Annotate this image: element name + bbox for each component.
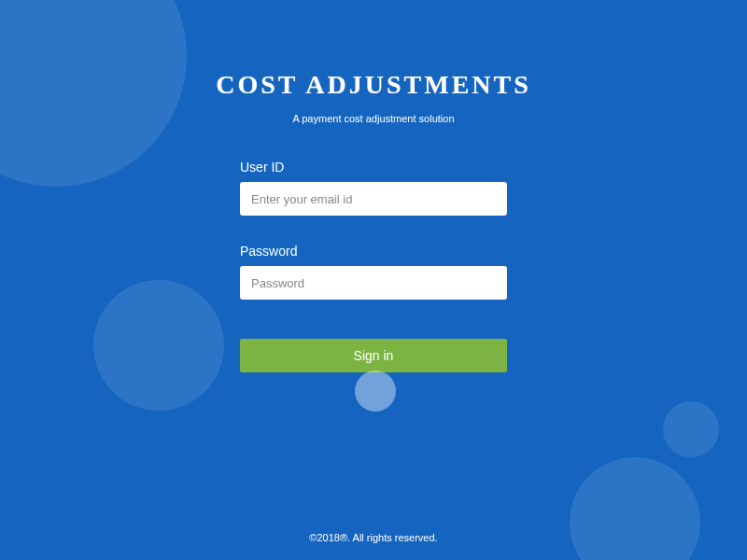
userid-field-group: User ID — [240, 160, 507, 216]
login-container: COST ADJUSTMENTS A payment cost adjustme… — [0, 0, 747, 560]
app-title: COST ADJUSTMENTS — [216, 70, 531, 100]
login-form: User ID Password Sign in — [240, 160, 507, 372]
userid-input[interactable] — [240, 182, 507, 216]
app-subtitle: A payment cost adjustment solution — [292, 113, 454, 124]
userid-label: User ID — [240, 160, 507, 175]
password-field-group: Password — [240, 244, 507, 300]
touch-cursor-indicator — [355, 371, 396, 412]
signin-button[interactable]: Sign in — [240, 339, 507, 372]
password-input[interactable] — [240, 266, 507, 300]
password-label: Password — [240, 244, 507, 259]
footer-copyright: ©2018®. All rights reserved. — [0, 532, 747, 543]
